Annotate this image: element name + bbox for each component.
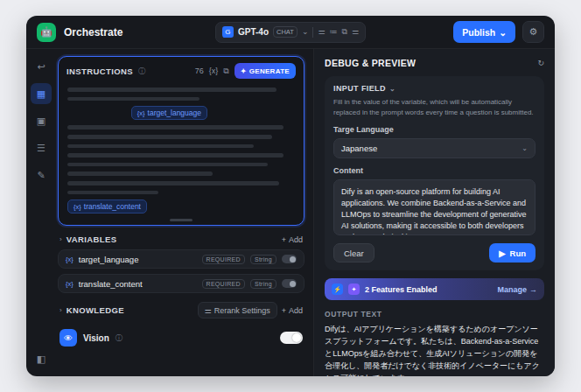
required-badge: REQUIRED xyxy=(202,255,245,264)
skeleton-line xyxy=(67,125,284,130)
rail-item-annotation[interactable]: ✎ xyxy=(31,164,52,186)
target-language-select[interactable]: Japanese ⌄ xyxy=(333,138,536,158)
chevron-down-icon[interactable]: ⌄ xyxy=(389,85,396,93)
app-icon[interactable]: 🤖 xyxy=(37,23,56,42)
debug-preview-panel: DEBUG & PREVIEW ↻ INPUT FIELD ⌄ Fill in … xyxy=(313,49,555,376)
info-icon: ⓘ xyxy=(116,333,122,343)
model-selector[interactable]: G GPT-4o CHAT ⌄ ⚌ ≔ ⧉ ⚌ xyxy=(215,22,366,43)
resize-handle[interactable] xyxy=(170,219,192,221)
sliders-icon: ⚌ xyxy=(205,306,212,315)
copy-icon[interactable]: ⧉ xyxy=(223,66,228,76)
publish-label: Publish xyxy=(462,27,495,38)
content-label: Content xyxy=(333,166,536,175)
add-variable-button[interactable]: + Add xyxy=(282,235,303,244)
bolt-icon: ⚡ xyxy=(333,286,341,293)
variable-icon: {x} xyxy=(74,203,81,211)
variable-toggle[interactable] xyxy=(282,279,297,288)
shield-icon: ✦ xyxy=(352,286,357,293)
variable-chip-label: translate_content xyxy=(84,202,141,211)
generate-button[interactable]: ✦ GENERATE xyxy=(234,63,296,79)
sparkle-icon: ✦ xyxy=(241,67,247,75)
vision-toggle[interactable] xyxy=(280,332,303,344)
expand-icon[interactable]: ⚌ xyxy=(352,28,359,36)
rail-item-logs[interactable]: ☰ xyxy=(31,137,52,158)
rail-item-orchestrate[interactable]: ▦ xyxy=(31,83,52,104)
target-language-label: Targe Language xyxy=(333,125,536,134)
robot-icon: 🤖 xyxy=(40,26,52,38)
skeleton-line xyxy=(67,172,213,176)
rerank-label: Rerank Settings xyxy=(214,306,270,315)
vision-row: 👁 Vision ⓘ xyxy=(58,329,304,346)
publish-button[interactable]: Publish ⌄ xyxy=(453,21,515,43)
skeleton-line xyxy=(67,135,272,139)
add-knowledge-button[interactable]: + Add xyxy=(282,306,303,315)
skeleton-line xyxy=(67,97,200,102)
variable-chip-target-language[interactable]: {x} target_language xyxy=(131,106,207,120)
features-bar[interactable]: ⚡ ✦ 2 Features Enabled Manage → xyxy=(325,278,544,300)
copy-icon[interactable]: ⧉ xyxy=(342,28,347,36)
skeleton-line xyxy=(67,191,158,195)
variable-icon: {x} xyxy=(66,280,74,288)
clear-button[interactable]: Clear xyxy=(333,243,374,262)
input-field-title: INPUT FIELD xyxy=(333,84,386,93)
variables-title: VARIABLES xyxy=(66,234,117,244)
app-window: 🤖 Orchestrate G GPT-4o CHAT ⌄ ⚌ ≔ ⧉ ⚌ Pu… xyxy=(26,16,555,376)
refresh-icon[interactable]: ↻ xyxy=(537,59,544,67)
collapse-sidebar-button[interactable]: ◧ xyxy=(31,348,52,369)
back-nav-icon[interactable]: ↩ xyxy=(31,56,52,77)
prompt-icon[interactable]: ≔ xyxy=(330,28,338,36)
sliders-icon[interactable]: ⚌ xyxy=(318,28,325,36)
add-label: Add xyxy=(289,235,303,244)
terminal-icon: ▣ xyxy=(37,116,46,127)
add-label: Add xyxy=(289,306,303,315)
variable-toggle[interactable] xyxy=(282,255,297,263)
chevron-right-icon[interactable]: › xyxy=(60,235,62,243)
run-label: Run xyxy=(510,248,526,258)
input-field-card: INPUT FIELD ⌄ Fill in the value of the v… xyxy=(325,76,544,270)
manage-features-link[interactable]: Manage → xyxy=(497,285,537,294)
select-value: Japanese xyxy=(341,144,377,153)
required-badge: REQUIRED xyxy=(202,279,245,289)
settings-button[interactable]: ⚙ xyxy=(522,21,544,43)
generate-label: GENERATE xyxy=(249,67,290,75)
divider xyxy=(312,27,313,38)
variable-icon: {x} xyxy=(137,109,145,117)
logs-list-icon: ☰ xyxy=(37,143,46,154)
skeleton-line xyxy=(67,88,276,92)
chevron-down-icon: ⌄ xyxy=(302,28,309,36)
input-field-description: Fill in the value of the variable, which… xyxy=(333,97,536,117)
chat-mode-badge[interactable]: CHAT xyxy=(273,26,298,38)
chevron-right-icon[interactable]: › xyxy=(60,306,62,314)
variable-name: target_language xyxy=(79,255,139,264)
vision-icon: 👁 xyxy=(60,329,77,346)
rail-item-api[interactable]: ▣ xyxy=(31,110,52,131)
content-textarea[interactable]: Dify is an open-source platform for buil… xyxy=(333,179,536,235)
model-name: GPT-4o xyxy=(238,27,269,37)
back-icon: ↩ xyxy=(37,61,45,73)
variable-row-translate-content[interactable]: {x} translate_content REQUIRED String xyxy=(58,274,304,293)
gear-icon: ⚙ xyxy=(529,26,538,38)
type-badge[interactable]: String xyxy=(250,255,276,264)
manage-label: Manage xyxy=(497,285,527,294)
output-text: Difyは、AIアプリケーションを構築するためのオープンソースプラットフォームで… xyxy=(325,324,544,376)
skeleton-line xyxy=(67,144,254,149)
chevron-down-icon: ⌄ xyxy=(522,144,528,152)
instructions-panel[interactable]: INSTRUCTIONS ⓘ 76 {x} ⧉ ✦ GENERATE xyxy=(58,56,304,226)
top-header: 🤖 Orchestrate G GPT-4o CHAT ⌄ ⚌ ≔ ⧉ ⚌ Pu… xyxy=(26,16,555,49)
vision-label: Vision xyxy=(83,333,109,343)
orchestrate-icon: ▦ xyxy=(37,88,46,100)
arrow-right-icon: → xyxy=(529,285,537,294)
run-button[interactable]: ▶ Run xyxy=(489,243,536,262)
type-badge[interactable]: String xyxy=(250,279,276,289)
rerank-settings-button[interactable]: ⚌ Rerank Settings xyxy=(198,302,277,318)
variable-chip-label: target_language xyxy=(148,108,201,117)
insert-variable-icon[interactable]: {x} xyxy=(209,66,219,75)
variables-header: › VARIABLES + Add xyxy=(58,234,304,244)
variable-row-target-language[interactable]: {x} target_language REQUIRED String xyxy=(58,249,304,269)
prompt-editor[interactable]: {x} target_language {x} xyxy=(59,82,304,225)
instructions-title: INSTRUCTIONS xyxy=(66,66,133,76)
pen-icon: ✎ xyxy=(37,170,45,181)
model-provider-icon: G xyxy=(222,26,234,38)
variable-chip-translate-content[interactable]: {x} translate_content xyxy=(67,200,147,214)
debug-title: DEBUG & PREVIEW xyxy=(325,58,416,68)
